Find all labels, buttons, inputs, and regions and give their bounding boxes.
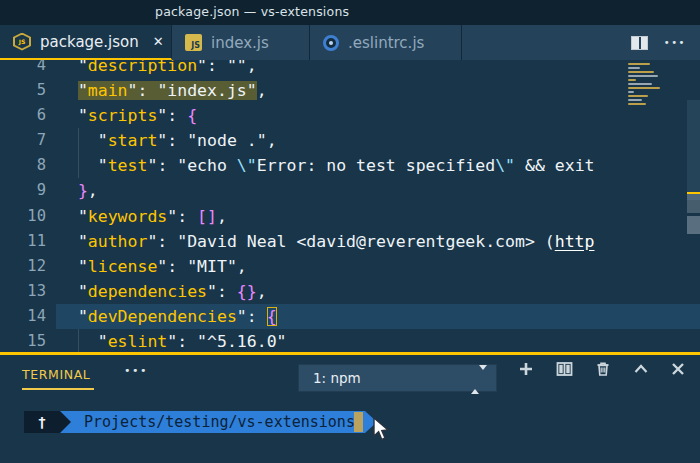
overview-ruler-selection-marker [687,192,700,213]
eslint-file-icon [323,35,339,51]
close-panel-icon[interactable] [670,361,686,377]
minimap[interactable] [628,63,668,111]
code-line-8: 8 "test": "echo \"Error: no test specifi… [0,153,700,178]
line-number: 8 [0,153,46,178]
code-lines: 4 "description": "",5 "main": "index.js"… [0,60,700,352]
new-terminal-icon[interactable] [517,360,535,378]
terminal-instance-select[interactable]: 1: npm [298,364,497,392]
line-number: 13 [0,279,46,304]
line-number: 9 [0,178,46,203]
mouse-pointer-icon [372,417,392,443]
line-number: 14 [0,304,46,329]
terminal-more-actions-icon[interactable]: ••• [124,364,148,377]
terminal-panel-title[interactable]: TERMINAL [22,367,90,382]
line-number: 12 [0,254,46,279]
tab-index-js[interactable]: JS index.js [172,25,310,60]
code-line-13: 13 "dependencies": {}, [0,279,700,304]
prompt-symbol: † [24,411,60,433]
vscode-window: package.json — vs-extensions JS package.… [0,0,700,463]
code-line-15: 15 "eslint": "^5.16.0" [0,329,700,352]
tab-label-package-json: package.json [40,33,139,51]
code-line-4: 4 "description": "", [0,60,700,78]
split-editor-icon[interactable] [631,36,648,50]
title-bar: package.json — vs-extensions [0,0,700,25]
line-number: 6 [0,103,46,128]
code-line-5: 5 "main": "index.js", [0,78,700,103]
overview-ruler-marker [687,216,700,234]
json-file-icon: JS [13,33,31,51]
code-line-12: 12 "license": "MIT", [0,254,700,279]
tab-eslintrc-js[interactable]: .eslintrc.js [310,25,462,60]
tab-bar: JS package.json ✕ JS index.js .eslintrc.… [0,25,700,60]
terminal-prompt: † Projects/testing/vs-extensions [24,411,377,433]
window-title: package.json — vs-extensions [155,4,349,19]
editor-actions: ••• [631,25,686,60]
line-number: 11 [0,229,46,254]
terminal-title-underline [22,388,94,390]
editor-more-actions-icon[interactable]: ••• [664,37,686,48]
js-file-icon: JS [185,34,202,51]
tab-label-index-js: index.js [211,34,269,52]
code-line-9: 9 }, [0,178,700,203]
code-line-14: 14 "devDependencies": { [0,304,700,329]
prompt-path: Projects/testing/vs-extensions [60,411,365,433]
code-line-10: 10 "keywords": [], [0,204,700,229]
terminal-select-value: 1: npm [313,370,361,386]
close-tab-icon[interactable]: ✕ [153,34,164,49]
line-number: 15 [0,329,46,352]
terminal-cursor[interactable] [354,412,363,432]
kill-terminal-icon[interactable] [594,360,612,378]
terminal-panel: TERMINAL ••• 1: npm [0,355,700,463]
maximize-panel-icon[interactable] [632,360,650,378]
tab-label-eslintrc-js: .eslintrc.js [348,34,424,52]
tab-package-json[interactable]: JS package.json ✕ [0,25,172,60]
select-updown-icon [471,370,487,389]
line-number: 4 [0,60,46,78]
line-number: 5 [0,78,46,103]
code-line-11: 11 "author": "David Neal <david@reverent… [0,229,700,254]
line-number: 10 [0,204,46,229]
scrollbar[interactable] [687,100,700,200]
split-terminal-icon[interactable] [555,360,574,378]
code-line-7: 7 "start": "node .", [0,128,700,153]
line-number: 7 [0,128,46,153]
code-line-6: 6 "scripts": { [0,103,700,128]
terminal-actions [517,360,686,378]
editor[interactable]: 4 "description": "",5 "main": "index.js"… [0,60,700,352]
powerline-separator-icon [60,411,71,433]
